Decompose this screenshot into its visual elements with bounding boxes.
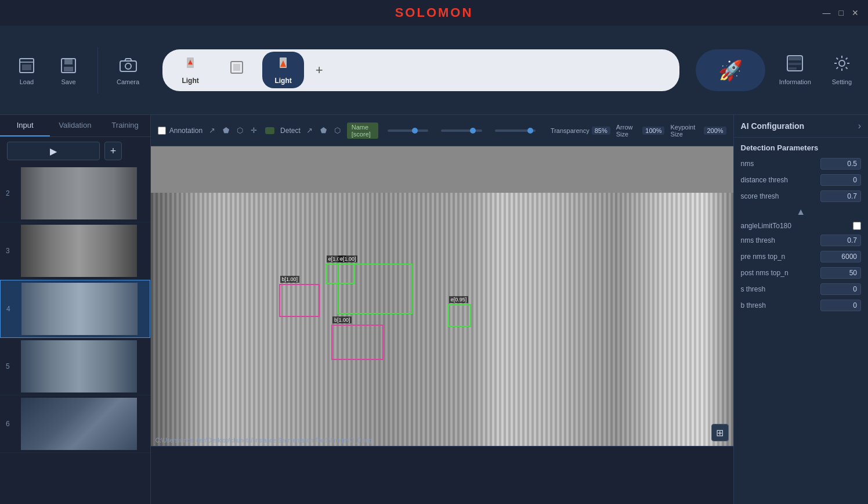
detect-slider[interactable] [441, 129, 482, 132]
add-tab-button[interactable]: + [309, 60, 330, 81]
tab-training[interactable]: Training [100, 115, 150, 136]
anno-pentagon-icon[interactable]: ⬟ [220, 125, 232, 136]
image-thumbnail [21, 398, 137, 450]
detection-box-3: e[1.00] [337, 264, 413, 314]
zoom-button[interactable]: ⊞ [711, 424, 729, 441]
name-score-tag[interactable]: Name [score] [347, 123, 378, 139]
detection-label-3: e[1.00] [338, 255, 358, 262]
anno-slider[interactable] [388, 129, 428, 132]
canvas-top-area [151, 146, 733, 193]
detection-label-4: b[1.00] [332, 316, 352, 323]
canvas-area[interactable]: b[1.00] e[1.00] e[1.00] b[1.00] e[0.95] … [151, 193, 733, 446]
save-button[interactable]: Save [51, 51, 86, 90]
param-distance-thresh-label: distance thresh [741, 176, 788, 184]
tab-1-label: Light [182, 77, 198, 85]
param-pre-nms-label: pre nms top_n [741, 253, 786, 261]
launch-button[interactable]: 🚀 [696, 49, 765, 91]
annotation-checkbox[interactable] [158, 127, 166, 135]
toolbar-divider [97, 47, 98, 93]
right-panel-title: AI Configuration [741, 121, 805, 131]
detect-hex-icon[interactable]: ⬡ [332, 125, 343, 136]
param-angle-limit-checkbox[interactable] [853, 222, 861, 230]
tab-3[interactable]: Light [262, 52, 304, 88]
canvas-wrapper: b[1.00] e[1.00] e[1.00] b[1.00] e[0.95] … [151, 146, 733, 504]
close-button[interactable]: ✕ [852, 8, 859, 17]
anno-plus-icon[interactable]: ✛ [248, 125, 259, 136]
param-score-thresh: score thresh [734, 188, 868, 204]
right-panel: AI Configuration › Detection Parameters … [733, 115, 868, 504]
list-item[interactable]: 4 [0, 280, 150, 338]
minimize-button[interactable]: — [823, 8, 831, 17]
param-s-thresh-label: s thresh [741, 285, 766, 293]
camera-button[interactable]: Camera [110, 51, 146, 90]
play-row: ▶ + [0, 137, 150, 165]
annotation-icons: ↗ ⬟ ⬡ ✛ [206, 125, 259, 136]
svg-rect-14 [789, 57, 801, 60]
tab-2[interactable] [216, 56, 258, 84]
list-item[interactable]: 5 [0, 338, 150, 395]
title-bar: SOLOMON — □ ✕ [0, 0, 868, 26]
load-button[interactable]: Load [9, 51, 44, 90]
image-thumbnail [21, 340, 137, 393]
information-button[interactable]: Information [772, 50, 818, 90]
tab-input[interactable]: Input [0, 115, 50, 136]
annotation-bar: Annotation ↗ ⬟ ⬡ ✛ Detect ↗ ⬟ ⬡ Name [sc… [151, 115, 733, 146]
tab-1[interactable]: Light [169, 52, 211, 88]
list-item[interactable]: 3 [0, 222, 150, 280]
main-layout: Input Validation Training ▶ + 2 3 4 [0, 115, 868, 504]
detect-group: Detect ↗ ⬟ ⬡ Name [score] [265, 123, 378, 139]
param-distance-thresh-input[interactable] [820, 174, 861, 186]
load-icon [16, 55, 37, 76]
window-controls[interactable]: — □ ✕ [823, 8, 859, 17]
setting-button[interactable]: Setting [825, 50, 859, 90]
arrow-size-label: Arrow Size [616, 124, 641, 138]
detect-icons: ↗ ⬟ ⬡ [304, 125, 343, 136]
play-button[interactable]: ▶ [7, 142, 100, 160]
param-nms-thresh-label: nms thresh [741, 236, 775, 244]
transparency-group: Transparency 85% [551, 127, 610, 135]
detection-label-5: e[0.95] [449, 296, 469, 303]
param-pre-nms-input[interactable] [820, 251, 861, 262]
arrow-size-value: 100% [642, 127, 664, 135]
param-s-thresh-input[interactable] [820, 283, 861, 295]
detect-cursor-icon[interactable]: ↗ [304, 125, 316, 136]
expand-icon[interactable]: › [858, 121, 861, 131]
svg-rect-15 [789, 63, 801, 65]
add-image-button[interactable]: + [104, 142, 122, 160]
collapse-bar[interactable]: ▲ [734, 204, 868, 219]
param-b-thresh-input[interactable] [820, 300, 861, 311]
setting-icon [833, 55, 851, 76]
svg-rect-3 [64, 59, 73, 64]
param-nms-label: nms [741, 160, 754, 168]
param-post-nms: post nms top_n [734, 265, 868, 281]
anno-cursor-icon[interactable]: ↗ [206, 125, 218, 136]
list-item[interactable]: 2 [0, 165, 150, 222]
param-nms-input[interactable] [820, 158, 861, 170]
detection-label-1: b[1.00] [280, 276, 300, 283]
maximize-button[interactable]: □ [839, 8, 844, 17]
filepath: C:\Users\vince_den\Desktop\chungtai\Inst… [155, 437, 372, 444]
save-icon [58, 55, 79, 76]
param-post-nms-input[interactable] [820, 267, 861, 279]
detect-checkbox [265, 127, 274, 134]
detect-circle-icon[interactable]: ⬟ [318, 125, 330, 136]
toolbar: Load Save Camera [0, 26, 868, 115]
tab-validation[interactable]: Validation [50, 115, 100, 136]
anno-hexagon-icon[interactable]: ⬡ [234, 125, 245, 136]
svg-rect-1 [22, 64, 31, 70]
rocket-icon: 🚀 [718, 59, 743, 82]
image-thumbnail [21, 225, 137, 277]
collapse-icon: ▲ [796, 207, 805, 217]
arrow-size-group: Arrow Size 100% [616, 124, 665, 138]
tab-3-icon [275, 55, 291, 74]
param-nms: nms [734, 156, 868, 172]
tab-3-label: Light [274, 77, 291, 85]
image-thumbnail [21, 167, 137, 219]
param-nms-thresh-input[interactable] [820, 235, 861, 246]
image-thumbnail [21, 283, 138, 335]
param-score-thresh-input[interactable] [820, 190, 861, 202]
right-panel-header: AI Configuration › [734, 115, 868, 138]
list-item[interactable]: 6 [0, 395, 150, 453]
svg-rect-21 [151, 193, 733, 446]
detect-slider2[interactable] [495, 129, 536, 132]
